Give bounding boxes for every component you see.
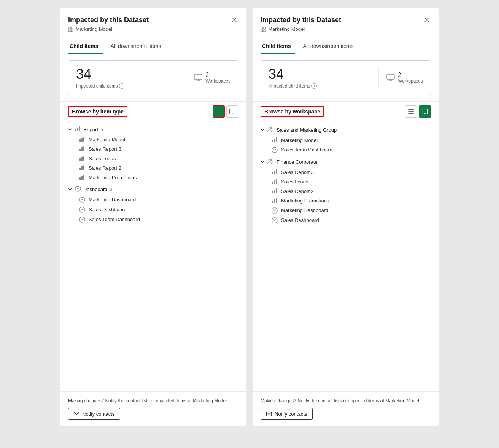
- impacted-stat-2: 34 Impacted child items i: [269, 67, 371, 89]
- mail-icon-1: [74, 412, 79, 416]
- notify-contacts-button-2[interactable]: Notify contacts: [261, 408, 313, 420]
- svg-rect-24: [81, 166, 83, 170]
- close-button-2[interactable]: [423, 16, 431, 24]
- info-icon-2[interactable]: i: [311, 83, 317, 89]
- notify-contacts-button-1[interactable]: Notify contacts: [68, 408, 120, 420]
- svg-rect-0: [68, 27, 70, 29]
- svg-point-50: [272, 127, 273, 129]
- svg-point-57: [272, 159, 273, 161]
- report-items-1: Marketing Model Sales Report 3 Sales Lea…: [68, 135, 238, 182]
- panel-header-2: Impacted by this Dataset Marketing Model: [253, 8, 439, 37]
- info-icon-1[interactable]: i: [119, 83, 124, 89]
- workspace-stat-2: 2 Workspaces: [386, 72, 423, 84]
- svg-rect-10: [233, 113, 235, 114]
- tab-child-items-1[interactable]: Child Items: [68, 38, 103, 54]
- tab-child-items-2[interactable]: Child Items: [261, 38, 295, 54]
- sales-marketing-group-label: Sales and Marketing Group: [277, 127, 337, 133]
- svg-rect-1: [71, 27, 73, 29]
- svg-point-71: [274, 210, 275, 211]
- svg-rect-60: [276, 169, 277, 174]
- tree-group-sales-marketing-header[interactable]: Sales and Marketing Group: [261, 124, 431, 136]
- item-bar-chart-icon: [79, 165, 86, 171]
- panel-title-2: Impacted by this Dataset: [261, 16, 341, 24]
- svg-rect-2: [68, 30, 70, 32]
- chevron-down-icon: [261, 129, 264, 131]
- chevron-report-1: [68, 128, 73, 132]
- item-bar-chart-icon: [271, 188, 278, 194]
- list-view-button-2[interactable]: [405, 105, 417, 118]
- svg-rect-63: [276, 179, 277, 184]
- svg-rect-68: [274, 199, 275, 203]
- svg-point-36: [82, 219, 83, 220]
- list-item: Sales Report 2: [271, 187, 431, 196]
- svg-rect-4: [194, 75, 202, 79]
- panel-header-1: Impacted by this Dataset Marketing Model: [60, 8, 246, 37]
- panel-impacted-by-dataset-1: Impacted by this Dataset Marketing Model…: [60, 8, 246, 426]
- list-item: Sales Dashboard: [79, 205, 238, 215]
- workspace-view-button-2[interactable]: [419, 105, 431, 118]
- list-item: Marketing Model: [79, 135, 238, 144]
- dashboard-group-label-1: Dashboard: [83, 187, 108, 192]
- dashboard-icon-1: [75, 186, 81, 192]
- svg-rect-26: [79, 177, 81, 180]
- dataset-row-1: Marketing Model: [68, 26, 238, 32]
- chevron-down-icon: [261, 161, 264, 163]
- item-name: Marketing Dashboard: [281, 207, 328, 213]
- tree-group-finance-header[interactable]: Finance Corporate: [261, 156, 431, 167]
- dashboard-item-name: Sales Dashboard: [89, 207, 127, 212]
- item-dashboard-icon: [271, 147, 278, 153]
- svg-rect-47: [422, 113, 425, 114]
- svg-rect-38: [261, 27, 263, 29]
- workspace-label-2: Workspaces: [398, 78, 423, 84]
- svg-rect-69: [276, 198, 277, 203]
- list-item: Marketing Promotions: [79, 173, 238, 182]
- svg-rect-27: [81, 176, 83, 180]
- svg-point-34: [82, 209, 83, 210]
- report-item-name: Marketing Model: [89, 137, 125, 142]
- item-bar-chart-icon: [79, 137, 86, 142]
- svg-rect-44: [408, 111, 414, 112]
- svg-rect-41: [264, 30, 265, 32]
- panel-footer-2: Making changes? Notify the contact lists…: [253, 391, 439, 426]
- item-dashboard-icon: [79, 197, 86, 203]
- item-bar-chart-icon: [271, 169, 278, 175]
- tree-group-dashboard-header-1[interactable]: Dashboard 3: [68, 184, 238, 195]
- svg-point-55: [274, 150, 275, 150]
- tabs-row-1: Child Items All downstream items: [60, 38, 246, 54]
- svg-rect-43: [408, 109, 414, 110]
- svg-rect-17: [79, 149, 81, 151]
- svg-rect-65: [274, 190, 275, 193]
- finance-items: Sales Report 3 Sales Leads Sales Report …: [261, 167, 431, 225]
- impacted-count-2: 34: [269, 67, 371, 82]
- workspace-type-icon-2: [267, 158, 274, 166]
- workspace-stat-1: 2 Workspaces: [194, 72, 230, 84]
- tree-group-sales-marketing: Sales and Marketing Group Marketing Mode…: [261, 124, 431, 155]
- people-icon-2: [267, 158, 274, 164]
- dataset-icon-1: [68, 27, 73, 32]
- svg-rect-42: [387, 75, 394, 79]
- svg-rect-66: [276, 188, 277, 193]
- stat-divider-1: [186, 68, 186, 87]
- impacted-stat-1: 34 Impacted child items i: [76, 67, 178, 89]
- close-button-1[interactable]: [230, 16, 238, 24]
- workspace-view-button-1[interactable]: [226, 105, 238, 118]
- dataset-icon-2: [261, 27, 266, 32]
- tabs-row-2: Child Items All downstream items: [253, 38, 439, 54]
- tree-group-report-1: Report 5 Marketing Model Sales Report 3: [68, 124, 238, 182]
- svg-rect-39: [264, 27, 265, 29]
- workspace-view-icon-2: [422, 109, 428, 114]
- svg-rect-40: [261, 30, 263, 32]
- svg-rect-11: [75, 129, 76, 131]
- workspace-type-icon-1: [267, 126, 274, 134]
- browse-by-workspace-label: Browse by workspace: [261, 106, 324, 117]
- stat-divider-2: [378, 68, 379, 87]
- browse-header-1: Browse by item type: [60, 101, 246, 121]
- item-dashboard-icon: [79, 217, 86, 223]
- tab-all-downstream-1[interactable]: All downstream items: [109, 38, 165, 54]
- tab-all-downstream-2[interactable]: All downstream items: [301, 38, 358, 54]
- notify-contacts-label-2: Notify contacts: [275, 411, 307, 417]
- list-view-button-1[interactable]: [213, 105, 225, 118]
- item-bar-chart-icon: [271, 179, 278, 184]
- panel-impacted-by-dataset-2: Impacted by this Dataset Marketing Model…: [253, 8, 439, 426]
- tree-group-report-header-1[interactable]: Report 5: [68, 124, 238, 135]
